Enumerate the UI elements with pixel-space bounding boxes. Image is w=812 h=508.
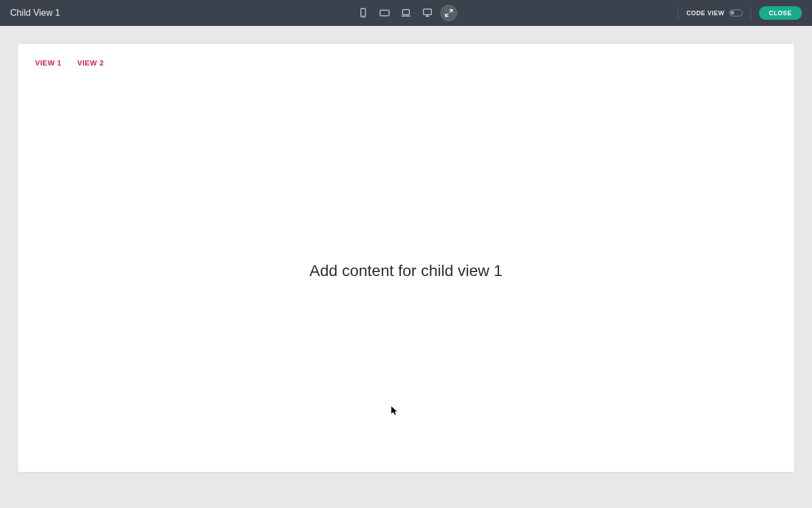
separator xyxy=(751,7,751,19)
svg-rect-5 xyxy=(423,9,431,15)
separator xyxy=(678,7,678,19)
canvas-wrapper: VIEW 1 VIEW 2 Add content for child view… xyxy=(0,26,812,508)
device-phone-button[interactable] xyxy=(355,5,372,21)
topbar-right-controls: CODE VIEW CLOSE xyxy=(678,6,802,20)
toggle-knob xyxy=(730,11,734,15)
laptop-icon xyxy=(400,8,412,17)
tab-view-2[interactable]: VIEW 2 xyxy=(76,56,105,69)
code-view-label: CODE VIEW xyxy=(686,10,724,16)
placeholder-text: Add content for child view 1 xyxy=(310,262,502,280)
svg-rect-3 xyxy=(403,10,409,15)
device-preview-controls xyxy=(355,5,457,21)
expand-icon xyxy=(444,8,453,17)
code-view-toggle[interactable] xyxy=(729,10,743,16)
tablet-landscape-icon xyxy=(379,9,390,17)
tab-view-1[interactable]: VIEW 1 xyxy=(34,56,63,69)
device-fullscreen-button[interactable] xyxy=(440,5,457,21)
close-button[interactable]: CLOSE xyxy=(759,6,802,20)
page-title: Child View 1 xyxy=(10,8,60,18)
desktop-icon xyxy=(422,8,433,18)
device-laptop-button[interactable] xyxy=(398,5,414,21)
device-desktop-button[interactable] xyxy=(419,5,436,21)
device-tablet-button[interactable] xyxy=(376,5,393,21)
phone-portrait-icon xyxy=(359,8,367,18)
top-bar: Child View 1 xyxy=(0,0,812,26)
view-tabs: VIEW 1 VIEW 2 xyxy=(18,44,794,69)
canvas-body: Add content for child view 1 xyxy=(18,69,794,472)
preview-canvas: VIEW 1 VIEW 2 Add content for child view… xyxy=(18,44,794,472)
svg-rect-2 xyxy=(380,10,389,16)
code-view-toggle-group: CODE VIEW xyxy=(686,10,742,16)
